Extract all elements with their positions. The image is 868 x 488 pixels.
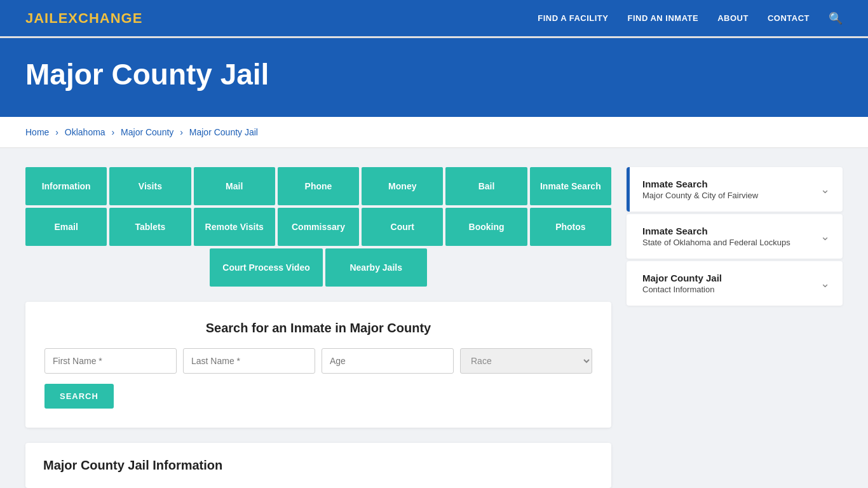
sidebar-item-sub-1: Major County & City of Fairview bbox=[642, 191, 758, 200]
site-logo[interactable]: JAILEXCHANGE bbox=[25, 10, 142, 27]
sidebar-item-title-3: Major County Jail bbox=[642, 273, 722, 283]
page-title: Major County Jail bbox=[25, 57, 843, 92]
button-grid-row3: Court Process Video Nearby Jails bbox=[25, 248, 611, 287]
sidebar-item-inmate-search-state[interactable]: Inmate Search State of Oklahoma and Fede… bbox=[627, 214, 843, 259]
sidebar-item-contact-info[interactable]: Major County Jail Contact Information ⌄ bbox=[627, 261, 843, 306]
btn-email[interactable]: Email bbox=[25, 208, 107, 246]
sidebar-item-title-1: Inmate Search bbox=[642, 179, 758, 189]
age-input[interactable] bbox=[322, 348, 454, 374]
sidebar-item-sub-2: State of Oklahoma and Federal Lockups bbox=[642, 238, 790, 247]
nav-links: FIND A FACILITY FIND AN INMATE ABOUT CON… bbox=[538, 11, 843, 25]
chevron-down-icon-3: ⌄ bbox=[820, 276, 830, 290]
right-sidebar: Inmate Search Major County & City of Fai… bbox=[627, 167, 843, 488]
button-grid-row2: Email Tablets Remote Visits Commissary C… bbox=[25, 208, 611, 246]
main-content: Information Visits Mail Phone Money Bail… bbox=[0, 148, 868, 488]
btn-nearby-jails[interactable]: Nearby Jails bbox=[325, 248, 427, 287]
race-select[interactable]: Race bbox=[460, 348, 592, 374]
btn-bail[interactable]: Bail bbox=[445, 167, 527, 205]
btn-visits[interactable]: Visits bbox=[109, 167, 191, 205]
breadcrumb-oklahoma[interactable]: Oklahoma bbox=[65, 127, 105, 137]
button-grid-row1: Information Visits Mail Phone Money Bail… bbox=[25, 167, 611, 205]
logo-jail: JAIL bbox=[25, 10, 58, 26]
sidebar-item-text-1: Inmate Search Major County & City of Fai… bbox=[642, 179, 758, 200]
chevron-down-icon-2: ⌄ bbox=[820, 229, 830, 243]
btn-inmate-search[interactable]: Inmate Search bbox=[530, 167, 611, 205]
sidebar-item-text-2: Inmate Search State of Oklahoma and Fede… bbox=[642, 226, 790, 247]
last-name-input[interactable] bbox=[183, 348, 315, 374]
btn-booking[interactable]: Booking bbox=[445, 208, 527, 246]
search-title: Search for an Inmate in Major County bbox=[44, 321, 592, 336]
breadcrumb-home[interactable]: Home bbox=[25, 127, 49, 137]
breadcrumb-sep3: › bbox=[180, 127, 186, 137]
breadcrumb-sep2: › bbox=[112, 127, 118, 137]
btn-remote-visits[interactable]: Remote Visits bbox=[194, 208, 275, 246]
breadcrumb-sep1: › bbox=[55, 127, 61, 137]
search-card: Search for an Inmate in Major County Rac… bbox=[25, 302, 611, 428]
breadcrumb-major-county-jail[interactable]: Major County Jail bbox=[189, 127, 258, 137]
chevron-down-icon-1: ⌄ bbox=[820, 182, 830, 196]
search-icon[interactable]: 🔍 bbox=[829, 11, 843, 25]
btn-mail[interactable]: Mail bbox=[194, 167, 275, 205]
breadcrumb: Home › Oklahoma › Major County › Major C… bbox=[0, 117, 868, 148]
first-name-input[interactable] bbox=[44, 348, 177, 374]
nav-about[interactable]: ABOUT bbox=[717, 13, 749, 23]
btn-court-process-video[interactable]: Court Process Video bbox=[210, 248, 322, 287]
left-column: Information Visits Mail Phone Money Bail… bbox=[25, 167, 611, 488]
btn-money[interactable]: Money bbox=[362, 167, 443, 205]
breadcrumb-major-county[interactable]: Major County bbox=[121, 127, 173, 137]
nav-find-inmate[interactable]: FIND AN INMATE bbox=[627, 13, 698, 23]
btn-court[interactable]: Court bbox=[362, 208, 443, 246]
btn-phone[interactable]: Phone bbox=[278, 167, 359, 205]
hero-section: Major County Jail bbox=[0, 38, 868, 117]
btn-information[interactable]: Information bbox=[25, 167, 107, 205]
btn-photos[interactable]: Photos bbox=[530, 208, 611, 246]
sidebar-item-sub-3: Contact Information bbox=[642, 285, 722, 294]
info-card: Major County Jail Information bbox=[25, 443, 611, 488]
sidebar-item-inmate-search-major[interactable]: Inmate Search Major County & City of Fai… bbox=[627, 167, 843, 212]
btn-tablets[interactable]: Tablets bbox=[109, 208, 191, 246]
nav-contact[interactable]: CONTACT bbox=[768, 13, 810, 23]
sidebar-item-title-2: Inmate Search bbox=[642, 226, 790, 236]
sidebar-item-text-3: Major County Jail Contact Information bbox=[642, 273, 722, 294]
nav-find-facility[interactable]: FIND A FACILITY bbox=[538, 13, 608, 23]
logo-exchange: EXCHANGE bbox=[58, 10, 143, 26]
info-title: Major County Jail Information bbox=[43, 458, 593, 473]
navbar: JAILEXCHANGE FIND A FACILITY FIND AN INM… bbox=[0, 0, 868, 38]
btn-commissary[interactable]: Commissary bbox=[278, 208, 359, 246]
search-inputs: Race bbox=[44, 348, 592, 374]
search-button[interactable]: SEARCH bbox=[44, 384, 114, 409]
